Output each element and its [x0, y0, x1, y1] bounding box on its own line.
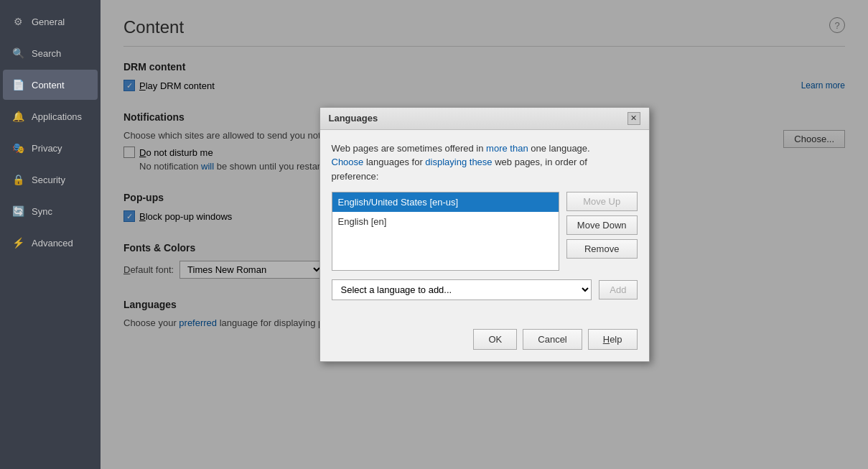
sidebar-item-privacy[interactable]: 🎭 Privacy — [3, 133, 98, 163]
lang-add-select[interactable]: Select a language to add... — [332, 279, 592, 300]
privacy-icon: 🎭 — [11, 141, 24, 154]
ok-btn[interactable]: OK — [473, 329, 517, 350]
remove-btn[interactable]: Remove — [566, 239, 638, 259]
sidebar-item-label: Privacy — [32, 143, 62, 154]
dialog-title-bar: Languages ✕ — [320, 108, 649, 130]
lang-action-buttons: Move Up Move Down Remove — [566, 192, 638, 271]
sidebar-item-label: Sync — [32, 206, 52, 217]
languages-dialog: Languages ✕ Web pages are sometimes offe… — [319, 107, 650, 363]
advanced-icon: ⚡ — [11, 236, 24, 249]
sidebar-item-security[interactable]: 🔒 Security — [3, 164, 98, 195]
dialog-close-btn[interactable]: ✕ — [627, 112, 640, 125]
move-down-btn[interactable]: Move Down — [566, 215, 638, 235]
lang-add-row: Select a language to add... Add — [332, 279, 638, 300]
sidebar-item-label: Applications — [32, 111, 82, 122]
dialog-title: Languages — [329, 113, 378, 124]
sidebar-item-applications[interactable]: 🔔 Applications — [3, 101, 98, 131]
lang-item-en-us[interactable]: English/United States [en-us] — [332, 192, 559, 212]
sidebar-item-label: Content — [32, 80, 65, 90]
lang-list-container: English/United States [en-us] English [e… — [332, 192, 638, 271]
sidebar-item-general[interactable]: ⚙ General — [3, 6, 98, 37]
general-icon: ⚙ — [11, 15, 24, 28]
sidebar-item-advanced[interactable]: ⚡ Advanced — [3, 228, 98, 258]
content-icon: 📄 — [11, 78, 24, 91]
sidebar-item-label: Advanced — [32, 238, 73, 249]
lang-list[interactable]: English/United States [en-us] English [e… — [332, 192, 559, 271]
dialog-description: Web pages are sometimes offered in more … — [332, 141, 638, 184]
sidebar-item-sync[interactable]: 🔄 Sync — [3, 196, 98, 226]
sidebar: ⚙ General 🔍 Search 📄 Content 🔔 Applicati… — [0, 0, 101, 469]
sync-icon: 🔄 — [11, 205, 24, 218]
sidebar-item-content[interactable]: 📄 Content — [3, 70, 98, 100]
cancel-btn[interactable]: Cancel — [523, 329, 582, 350]
dialog-overlay: Languages ✕ Web pages are sometimes offe… — [101, 0, 868, 469]
lang-item-en[interactable]: English [en] — [332, 212, 559, 231]
sidebar-item-label: General — [32, 17, 65, 27]
main-content: Content ? DRM content PPlay DRM contentl… — [101, 0, 868, 469]
dialog-body: Web pages are sometimes offered in more … — [320, 130, 649, 324]
security-icon: 🔒 — [11, 173, 24, 186]
add-lang-btn[interactable]: Add — [599, 280, 637, 299]
applications-icon: 🔔 — [11, 110, 24, 123]
dialog-footer: OK Cancel Help — [320, 323, 649, 361]
help-btn[interactable]: Help — [588, 329, 638, 350]
sidebar-item-search[interactable]: 🔍 Search — [3, 38, 98, 68]
search-icon: 🔍 — [11, 47, 24, 60]
move-up-btn[interactable]: Move Up — [566, 192, 638, 211]
sidebar-item-label: Security — [32, 175, 65, 185]
sidebar-item-label: Search — [32, 48, 61, 59]
